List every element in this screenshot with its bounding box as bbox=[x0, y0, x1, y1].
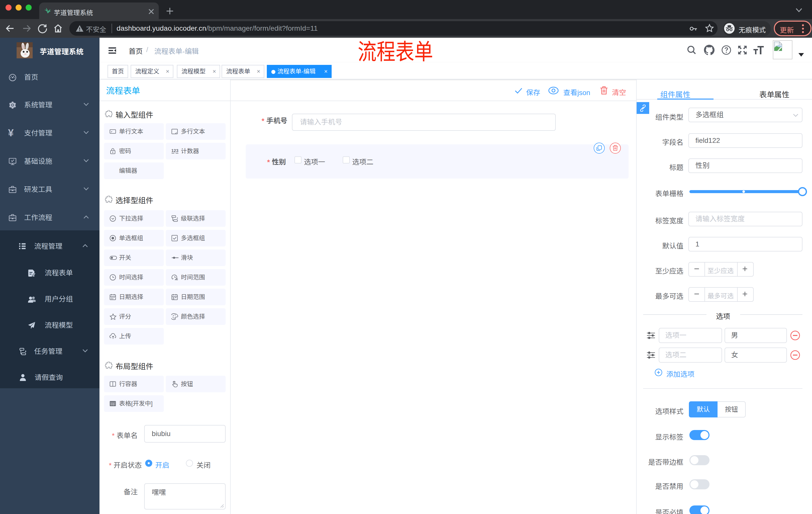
svg-text:123: 123 bbox=[171, 148, 178, 153]
